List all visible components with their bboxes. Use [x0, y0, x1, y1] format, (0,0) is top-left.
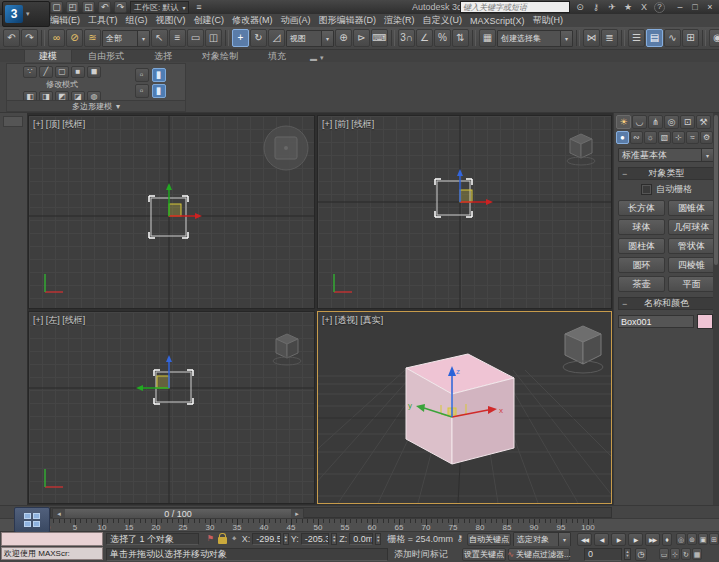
border-mode-icon[interactable]: ▢	[55, 66, 69, 78]
key-mode-toggle-icon[interactable]: ♦	[662, 533, 672, 546]
redo-button[interactable]: ↷	[114, 1, 127, 13]
auto-key-button[interactable]: 自动关键点	[467, 533, 511, 546]
vertex-mode-icon[interactable]: ∵	[23, 66, 37, 78]
polygon-mode-icon[interactable]: ■	[71, 66, 85, 78]
y-coordinate-field[interactable]: -205.363m	[301, 533, 329, 545]
material-editor-icon[interactable]: ◉	[709, 29, 719, 47]
ribbon-tab-object-paint[interactable]: 对象绘制	[188, 50, 252, 62]
named-selection-sets-dropdown[interactable]: 创建选择集 ▾	[497, 30, 573, 47]
motion-tab-icon[interactable]: ◎	[664, 115, 679, 129]
angle-snap-toggle-icon[interactable]: ∠	[416, 29, 433, 47]
redo-scene-icon[interactable]: ↷	[21, 29, 38, 47]
viewport-front-label[interactable]: [+] [前] [线框]	[322, 118, 374, 131]
close-button[interactable]: ×	[703, 2, 717, 13]
systems-category-icon[interactable]: ⚙	[700, 131, 713, 144]
ribbon-tab-modeling[interactable]: 建模	[24, 49, 72, 62]
go-to-start-button[interactable]: ◀◀	[577, 533, 592, 546]
schematic-view-icon[interactable]: ⊞	[682, 29, 699, 47]
select-and-link-icon[interactable]: ∞	[48, 29, 65, 47]
tube-button[interactable]: 管状体	[668, 238, 715, 254]
rectangular-selection-region-icon[interactable]: ▭	[187, 29, 204, 47]
scrollbar-thumb[interactable]	[714, 115, 718, 265]
display-tab-icon[interactable]: ⊡	[680, 115, 695, 129]
select-by-name-icon[interactable]: ≡	[169, 29, 186, 47]
plane-button[interactable]: 平面	[668, 276, 715, 292]
workspace-dropdown[interactable]: 工作区: 默认 ▾	[130, 1, 189, 14]
quick-access-more-icon[interactable]: ≡	[192, 1, 205, 13]
undo-scene-icon[interactable]: ↶	[3, 29, 20, 47]
object-type-rollout-header[interactable]: − 对象类型	[618, 167, 715, 180]
viewcube-front[interactable]	[567, 134, 595, 165]
window-crossing-toggle-icon[interactable]: ◫	[205, 29, 222, 47]
x-spinner[interactable]: ▲▼	[283, 533, 289, 545]
command-panel-scrollbar[interactable]	[713, 113, 719, 505]
feedback-icon[interactable]: ✈	[606, 2, 618, 13]
reference-coordinate-system-dropdown[interactable]: 视图 ▾	[286, 30, 334, 47]
zoom-icon[interactable]: ◎	[676, 533, 686, 545]
minimize-button[interactable]: –	[673, 2, 687, 13]
viewcube-top[interactable]	[264, 126, 308, 170]
select-and-manipulate-icon[interactable]: ⊳	[353, 29, 370, 47]
menu-animation[interactable]: 动画(A)	[277, 14, 315, 27]
zoom-all-icon[interactable]: ⊚	[687, 533, 697, 545]
current-frame-field[interactable]: 0	[584, 548, 622, 561]
menu-help[interactable]: 帮助(H)	[529, 14, 568, 27]
edge-mode-icon[interactable]: ╱	[39, 66, 53, 78]
isolate-pin-icon[interactable]: ⚑	[205, 533, 216, 545]
viewport-front-canvas[interactable]	[318, 116, 612, 309]
object-color-swatch[interactable]	[697, 314, 713, 329]
pyramid-button[interactable]: 四棱锥	[668, 257, 715, 273]
autogrid-checkbox[interactable]	[641, 184, 652, 195]
sphere-button[interactable]: 球体	[618, 219, 665, 235]
go-to-end-button[interactable]: ▶▶	[645, 533, 660, 546]
ribbon-toggle-icon[interactable]: ▮	[152, 84, 166, 98]
geometry-category-icon[interactable]: ●	[616, 131, 629, 144]
cameras-category-icon[interactable]: ▧	[658, 131, 671, 144]
viewport-top-canvas[interactable]	[29, 116, 315, 309]
viewport-left-canvas[interactable]	[29, 312, 315, 504]
percent-snap-toggle-icon[interactable]: %	[434, 29, 451, 47]
track-bar[interactable]: ∿ 0 5 10 15 20 25 30 35 40 45 50 55 60 6…	[0, 518, 719, 531]
viewport-top-label[interactable]: [+] [顶] [线框]	[33, 118, 85, 131]
viewport-perspective-canvas[interactable]: x y z	[318, 312, 611, 503]
shapes-category-icon[interactable]: ∾	[630, 131, 643, 144]
menu-create[interactable]: 创建(C)	[190, 14, 229, 27]
maxscript-listener-line[interactable]: 欢迎使用 MAXScr:	[1, 547, 103, 560]
maximize-button[interactable]: □	[688, 2, 702, 13]
viewport-front[interactable]: [+] [前] [线框]	[317, 115, 612, 309]
lights-category-icon[interactable]: ☼	[644, 131, 657, 144]
cone-button[interactable]: 圆锥体	[668, 200, 715, 216]
mirror-icon[interactable]: ⋈	[583, 29, 600, 47]
next-frame-arrow-icon[interactable]: ▸	[291, 509, 303, 518]
menu-modifiers[interactable]: 修改器(M)	[228, 14, 277, 27]
dock-handle[interactable]	[3, 116, 23, 127]
viewport-layout-tabs-button[interactable]	[14, 507, 50, 533]
polygon-modeling-footer[interactable]: 多边形建模 ▾	[7, 100, 185, 111]
teapot-button[interactable]: 茶壶	[618, 276, 665, 292]
select-and-scale-icon[interactable]: ◿	[268, 29, 285, 47]
menu-rendering[interactable]: 渲染(R)	[380, 14, 419, 27]
next-frame-button[interactable]: ▶	[628, 533, 643, 546]
viewport-left-label[interactable]: [+] [左] [线框]	[33, 314, 85, 327]
selection-lock-icon[interactable]	[218, 537, 227, 544]
menu-group[interactable]: 组(G)	[122, 14, 152, 27]
menu-graph-editors[interactable]: 图形编辑器(D)	[315, 14, 381, 27]
primitive-category-dropdown[interactable]: 标准基本体 ▾	[618, 148, 715, 162]
align-icon[interactable]: ≣	[601, 29, 618, 47]
viewport-top[interactable]: [+] [顶] [线框]	[28, 115, 315, 309]
ribbon-minimize-button[interactable]: ▬ ▾	[310, 54, 324, 62]
maximize-viewport-toggle-icon[interactable]: ▦	[692, 548, 702, 560]
select-and-move-icon[interactable]: +	[232, 29, 249, 47]
zoom-extents-all-icon[interactable]: ⊞	[709, 533, 719, 545]
search-icon[interactable]: ⊙	[574, 2, 586, 13]
modify-tab-icon[interactable]: ◡	[632, 115, 647, 129]
time-configuration-icon[interactable]: ◷	[635, 548, 647, 561]
element-mode-icon[interactable]: ◼	[87, 66, 101, 78]
use-pivot-point-center-icon[interactable]: ⊕	[335, 29, 352, 47]
utilities-tab-icon[interactable]: ⚒	[696, 115, 711, 129]
save-file-button[interactable]: ◱	[82, 1, 95, 13]
maxscript-macro-recorder[interactable]	[1, 532, 103, 546]
space-warps-category-icon[interactable]: ≈	[686, 131, 699, 144]
absolute-offset-toggle-icon[interactable]: ⌖	[229, 533, 240, 545]
box-button[interactable]: 长方体	[618, 200, 665, 216]
